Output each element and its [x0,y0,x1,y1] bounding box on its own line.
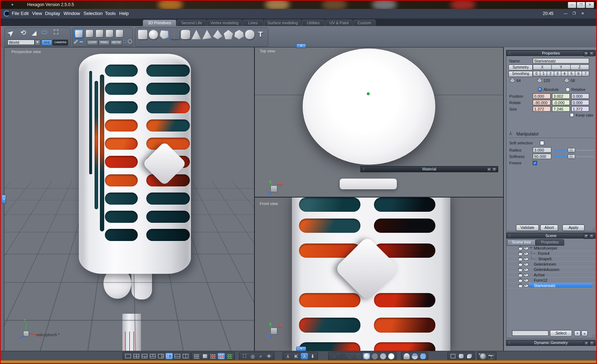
symmetry-y-button[interactable]: Y [552,65,570,70]
viewport-splitter-top[interactable]: ▲ [296,43,306,48]
softness-field[interactable]: 50.000 [533,154,551,159]
lock-icon[interactable] [518,284,522,288]
relative-radio[interactable] [566,87,570,92]
select-objects-mode-icon[interactable] [106,30,113,37]
lasso-select-icon[interactable]: ➥ [80,39,83,44]
visibility-eye-icon[interactable] [524,257,528,261]
primitive-icosahedron-icon[interactable] [234,30,244,39]
maximize-button[interactable]: ❐ [577,2,585,8]
smoothing-0[interactable]: 0 [533,71,540,76]
chamfer-display-icon[interactable] [457,353,465,359]
close-button[interactable]: ✕ [586,2,594,8]
wireframe-dense-shading-icon[interactable] [338,353,345,359]
apply-button[interactable]: Apply [562,225,585,231]
mic-stand-pole[interactable] [122,314,141,351]
panel-close-icon[interactable]: ✕ [589,51,594,56]
visibility-eye-icon[interactable] [524,284,528,287]
tree-row[interactable]: GelenkInnen [507,261,595,267]
world-dropdown-arrow[interactable]: ▼ [35,40,40,46]
position-x-field[interactable]: 0.000 [533,93,551,99]
position-y-field[interactable]: 3.002 [552,93,570,99]
select-points-mode-icon[interactable] [74,29,84,39]
tab-uv-paint[interactable]: UV & Paint [325,20,353,26]
primitive-tetrahedron-icon[interactable] [213,30,222,39]
primitive-grid-icon[interactable] [170,30,179,39]
mic-top-sphere[interactable] [303,48,435,165]
menu-selection[interactable]: Selection [84,9,102,18]
marquee-select-icon[interactable]: ⬚ [123,39,126,43]
tree-row[interactable]: GelenkAussen [507,267,595,272]
tab-surface-modeling[interactable]: Surface modeling [264,20,301,26]
panel-menu-icon[interactable]: ▼ [583,51,589,56]
symmetry-z-button[interactable]: Z [571,65,589,70]
mic-top-stand[interactable] [340,179,397,189]
move-down-button[interactable]: ▾ [574,330,581,336]
axis-manipulator-icon[interactable]: ⅄ [284,353,292,359]
perspective-viewport[interactable]: Perspective view [4,47,254,351]
ring-button[interactable]: RING [98,40,110,45]
smoothing-4[interactable]: 4 [561,71,568,76]
softness-slider-thumb[interactable] [568,154,575,159]
properties-panel-header[interactable]: Properties ▼ ✕ [506,50,596,56]
tab-second-life[interactable]: Second Life [177,20,206,26]
select-button[interactable]: Select [550,330,572,337]
radius-slider-thumb[interactable] [568,148,575,153]
scene-panel-header[interactable]: Scene ▼ ✕ [506,233,596,239]
app-maximize-icon[interactable]: ❐ [571,11,577,16]
menu-view[interactable]: View [32,9,42,18]
pointer-manipulator-icon[interactable]: K [293,353,300,359]
panel-resize-grip[interactable] [592,334,595,337]
layout-quad-icon[interactable] [133,353,140,359]
tree-item-label[interactable]: GelenkAussen [534,267,560,272]
abort-button[interactable]: Abort [540,225,558,231]
smoothing-6[interactable]: 6 [575,71,582,76]
snap-grid-icon[interactable] [193,353,200,359]
lock-icon[interactable] [518,279,522,282]
tree-row[interactable]: Shape5 [507,256,595,262]
drag-grip[interactable] [509,52,511,55]
material-bar[interactable]: Material ▸ ✕ [360,166,498,172]
panel-close-icon[interactable]: ✕ [589,341,595,346]
tab-scene-tree[interactable]: Scene tree [507,239,536,246]
size-x-field[interactable]: 1.372 [533,106,551,112]
primitive-geodesic-icon[interactable] [245,30,254,39]
drag-grip[interactable] [508,341,511,345]
camera-toggle[interactable]: CAMERA [52,40,68,46]
grid-axis-off-icon[interactable] [209,353,217,359]
drag-grip[interactable] [509,234,511,238]
rotate-view-icon[interactable]: ⟲ [20,29,26,37]
world-select[interactable]: World [7,40,35,45]
primitive-cone-icon[interactable] [192,30,201,39]
smoothing-button[interactable]: Smoothing [509,71,533,77]
size-z-field[interactable]: 1.372 [571,106,589,112]
layout-two-left-active-icon[interactable] [166,353,173,359]
primitive-sphere-icon[interactable] [149,30,158,39]
tree-row[interactable]: Achse [507,272,595,278]
app-close-icon[interactable]: ✕ [580,11,586,16]
visibility-eye-icon[interactable] [524,247,528,250]
size-y-field[interactable]: 7.245 [552,106,570,112]
tree-item-label[interactable]: Starivansatz [534,283,556,288]
smoothing-3[interactable]: 3 [554,71,561,76]
tab-lines[interactable]: Lines [243,20,263,26]
render-sphere-icon[interactable]: ✳ [479,353,486,359]
soft-selection-checkbox[interactable] [540,141,544,145]
select-faces-mode-icon[interactable] [96,30,103,37]
loop-button[interactable]: LOOP [87,40,98,45]
app-minimize-icon[interactable]: — [563,11,568,16]
tree-row[interactable]: Form12 [507,277,595,283]
scene-search-input[interactable] [512,330,548,336]
panel-collapse-handle[interactable]: ◂ [1,195,6,204]
primitive-cylinder-icon[interactable] [181,30,190,39]
tree-item-label[interactable]: MikroKoerper [534,246,557,251]
between-button[interactable]: BETW [110,40,122,45]
paint-select-icon[interactable]: 🖉 [74,39,78,44]
flat-wire-shading-icon[interactable] [371,353,378,359]
menu-window[interactable]: Window [64,9,80,18]
material-expand-icon[interactable]: ▸ [487,167,492,172]
render-camera-icon[interactable]: 📷 [487,353,495,359]
show-hide-icon[interactable]: 👁 [265,353,273,359]
lock-icon[interactable] [518,263,522,266]
tab-utilities[interactable]: Utilities [302,20,325,26]
menu-help[interactable]: Help [119,9,129,18]
